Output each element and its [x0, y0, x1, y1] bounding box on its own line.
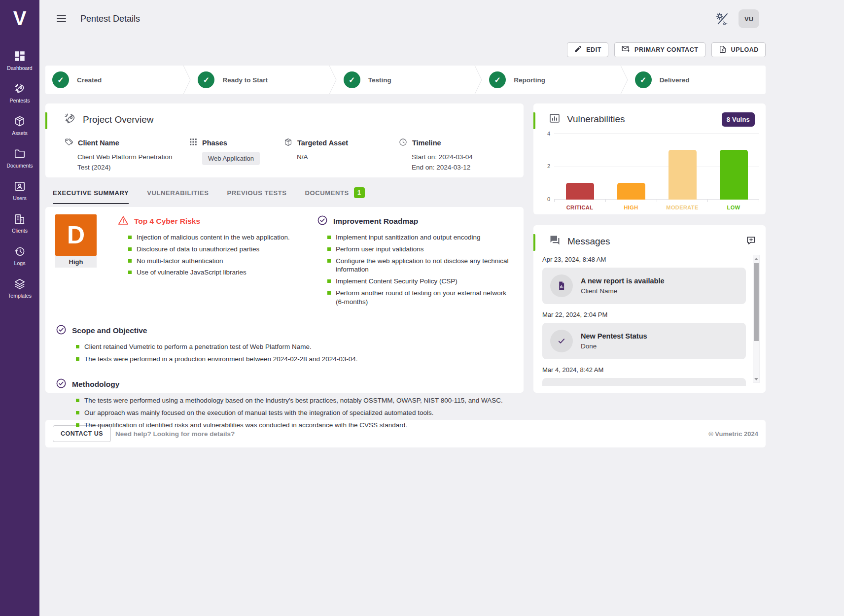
bar-critical — [554, 183, 605, 200]
main-area: Pentest Details VU EDIT PRIMARY CONTACT — [39, 0, 844, 616]
sidebar-item-documents[interactable]: Documents — [0, 142, 39, 174]
risk-item: Use of vulnerable JavaScript libraries — [117, 268, 315, 277]
check-circle-icon: ✓ — [52, 71, 69, 88]
detail-tabs: EXECUTIVE SUMMARY VULNERABILITIES PREVIO… — [45, 182, 524, 204]
chevron-separator — [183, 66, 191, 94]
mail-plus-icon — [621, 44, 631, 55]
sidebar-item-label: Documents — [6, 163, 33, 169]
tab-previous-tests[interactable]: PREVIOUS TESTS — [227, 182, 286, 204]
executive-summary-card: D High Top 4 Cyber Risks Injection of ma… — [45, 207, 524, 393]
message-item[interactable]: New Pentest Status Done — [542, 323, 746, 359]
project-overview-card: Project Overview Client Name Client Web … — [45, 103, 524, 177]
tab-vulnerabilities[interactable]: VULNERABILITIES — [147, 182, 209, 204]
messages-scrollbar[interactable] — [753, 255, 760, 383]
box-icon — [13, 115, 26, 128]
sidebar-item-label: Clients — [12, 228, 28, 234]
vulns-count-badge: 8 Vulns — [722, 112, 755, 127]
check-icon — [550, 330, 573, 352]
tab-documents[interactable]: DOCUMENTS 1 — [305, 182, 365, 204]
roadmap-item: Implement input sanitization and output … — [316, 233, 514, 242]
user-avatar[interactable]: VU — [738, 9, 759, 28]
documents-count-badge: 1 — [354, 187, 365, 198]
sidebar-item-users[interactable]: Users — [0, 174, 39, 207]
sidebar-item-templates[interactable]: Templates — [0, 272, 39, 305]
roadmap-item: Configure the web application to not dis… — [316, 257, 514, 274]
roadmap-item: Perform another round of testing on your… — [316, 289, 514, 307]
accent-bar — [45, 112, 47, 129]
methodology-item: The tests were performed using a methodo… — [55, 396, 514, 405]
step-testing: ✓ Testing — [337, 66, 474, 94]
bar-low — [708, 150, 759, 200]
chevron-separator — [329, 66, 337, 94]
section-title: Scope and Objective — [72, 326, 147, 335]
roadmap-item: Perform user input validations — [316, 245, 514, 254]
check-circle-icon: ✓ — [344, 71, 360, 88]
security-grade: D High — [55, 214, 97, 309]
scroll-down-icon[interactable] — [753, 376, 759, 382]
sidebar-nav: Dashboard Pentests Assets Documents — [0, 44, 39, 305]
new-message-icon[interactable] — [745, 235, 757, 246]
message-subtitle: Done — [581, 342, 647, 350]
rocket-icon — [63, 112, 77, 128]
grade-level-label: High — [55, 256, 97, 268]
vulnerabilities-bar-chart: 4 2 0 — [541, 133, 759, 210]
history-clock-icon — [13, 245, 26, 258]
page-title: Pentest Details — [80, 14, 140, 24]
sidebar-item-logs[interactable]: Logs — [0, 240, 39, 272]
user-card-icon — [13, 180, 26, 193]
upload-button[interactable]: UPLOAD — [711, 42, 766, 57]
topbar: Pentest Details VU — [39, 0, 844, 37]
scroll-up-icon[interactable] — [753, 255, 759, 262]
messages-card: Messages Apr 23, 2024, 8:48 AM — [533, 225, 766, 393]
clock-icon — [398, 137, 408, 148]
message-item[interactable] — [542, 378, 746, 386]
vumetric-logo[interactable]: V — [13, 5, 27, 32]
sidebar-item-label: Users — [13, 195, 26, 201]
message-item[interactable]: A new report is available Client Name — [542, 268, 746, 304]
menu-toggle-icon[interactable] — [57, 15, 66, 22]
x-label-moderate: MODERATE — [657, 205, 708, 210]
sidebar-item-assets[interactable]: Assets — [0, 109, 39, 142]
messages-list: Apr 23, 2024, 8:48 AM A new report is av… — [542, 256, 746, 386]
edit-button[interactable]: EDIT — [567, 42, 608, 57]
chevron-separator — [620, 66, 628, 94]
check-circle-icon: ✓ — [635, 71, 652, 88]
grade-letter: D — [55, 214, 97, 256]
check-circle-icon — [55, 377, 67, 391]
step-reporting: ✓ Reporting — [482, 66, 620, 94]
sidebar-item-label: Dashboard — [7, 65, 32, 71]
client-name-block: Client Name Client Web Platform Penetrat… — [64, 137, 189, 173]
x-axis-labels: CRITICAL HIGH MODERATE LOW — [554, 205, 759, 210]
step-ready-to-start: ✓ Ready to Start — [191, 66, 328, 94]
rocket-icon — [13, 82, 26, 95]
copyright-text: © Vumetric 2024 — [708, 430, 758, 438]
accent-bar — [533, 234, 535, 251]
building-icon — [13, 212, 26, 225]
actions-row: EDIT PRIMARY CONTACT UPLOAD — [45, 42, 766, 57]
sidebar-item-label: Pentests — [10, 98, 30, 103]
tab-executive-summary[interactable]: EXECUTIVE SUMMARY — [53, 182, 129, 204]
chevron-separator — [474, 66, 482, 94]
step-created: ✓ Created — [45, 66, 183, 94]
check-circle-icon — [55, 324, 67, 338]
sidebar-item-pentests[interactable]: Pentests — [0, 77, 39, 109]
methodology-item: Our approach was mainly focused on the e… — [55, 409, 514, 417]
sidebar-item-clients[interactable]: Clients — [0, 207, 39, 240]
scrollbar-thumb[interactable] — [754, 263, 759, 341]
sidebar-item-dashboard[interactable]: Dashboard — [0, 44, 39, 77]
sidebar-item-label: Logs — [14, 260, 26, 266]
sidebar: V Dashboard Pentests Assets — [0, 0, 39, 616]
message-date: Apr 23, 2024, 8:48 AM — [542, 256, 746, 263]
risk-item: Injection of malicious content in the we… — [117, 233, 315, 242]
check-circle-icon: ✓ — [198, 71, 214, 88]
x-label-critical: CRITICAL — [554, 205, 605, 210]
theme-toggle-icon[interactable] — [715, 11, 730, 26]
y-axis-labels: 4 2 0 — [541, 133, 550, 200]
primary-contact-button[interactable]: PRIMARY CONTACT — [614, 42, 705, 57]
check-circle-icon — [316, 214, 328, 228]
check-circle-icon: ✓ — [489, 71, 506, 88]
tag-icon — [64, 137, 73, 148]
page-content: EDIT PRIMARY CONTACT UPLOAD ✓ Created — [39, 37, 844, 447]
scope-item: Client retained Vumetric to perform a pe… — [55, 342, 514, 351]
pencil-icon — [574, 45, 582, 55]
